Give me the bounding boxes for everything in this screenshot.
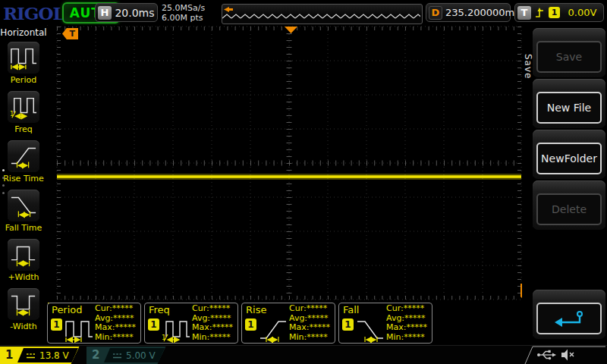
row-value: ***** [404, 303, 425, 313]
dc-coupling-icon [26, 352, 36, 359]
measure-sidebar-title: Horizontal [0, 27, 47, 38]
trigger-source-badge: 1 [549, 7, 560, 18]
row-value: ***** [210, 313, 231, 323]
measurement-values: Cur:***** Avg:***** Max:***** Min:***** [386, 304, 427, 342]
delay-value: 235.200000ms [445, 7, 520, 18]
row-value: ***** [212, 322, 233, 332]
fall-time-icon [10, 192, 37, 219]
measurement-values: Cur:***** Avg:***** Max:***** Min:***** [289, 304, 330, 342]
channel-badge: 1 [148, 318, 159, 331]
sidebar-scroll-indicator [2, 169, 5, 194]
overview-waveform-icon [222, 5, 420, 22]
menu-slot [533, 290, 605, 339]
row-label: Avg: [289, 313, 307, 323]
trigger-key-icon: T [517, 6, 531, 20]
rigol-logo: RIGOL [3, 3, 64, 24]
rise-edge-icon [258, 315, 288, 343]
save-button[interactable]: Save [536, 41, 602, 73]
measurement-panel-period: Period 1 Cur:***** Avg:***** Max:***** M… [47, 303, 141, 344]
row-label: Cur: [386, 303, 404, 313]
trigger-level-value: 0.00V [564, 7, 601, 18]
new-file-button[interactable]: New File [536, 92, 602, 124]
frequency-wave-icon: 1 [161, 315, 191, 343]
sidebar-item-plus-width[interactable]: +Width [0, 239, 47, 282]
row-label: Min: [386, 332, 404, 342]
oscilloscope-screen: RIGOL AUTO H 20.0ms 25.0MSa/s 6.00M pts … [0, 0, 607, 364]
back-button[interactable] [536, 303, 602, 334]
status-bar: RIGOL AUTO H 20.0ms 25.0MSa/s 6.00M pts … [0, 0, 607, 26]
measurement-name: Rise [246, 304, 266, 315]
row-value: ***** [115, 322, 136, 332]
rise-time-icon [10, 143, 37, 170]
sidebar-item-label: Rise Time [0, 174, 47, 184]
sidebar-item-label: Freq [0, 124, 47, 134]
speaker-muted-icon [561, 350, 574, 361]
menu-slot: New File [533, 79, 605, 128]
waveform-overview[interactable] [222, 4, 423, 24]
delete-button[interactable]: Delete [536, 193, 602, 225]
row-label: Cur: [95, 303, 112, 313]
sidebar-item-freq[interactable]: 1 Freq [0, 91, 47, 134]
channel1-scale-box: 13.8 V [17, 348, 78, 362]
sidebar-item-label: Fall Time [0, 223, 47, 233]
channel2-scale-box: 5.00 V [104, 348, 165, 362]
sidebar-item-label: -Width [0, 322, 47, 331]
measurement-values: Cur:***** Avg:***** Max:***** Min:***** [192, 304, 233, 342]
menu-slot: Save [533, 28, 605, 77]
channel1-indicator[interactable]: 1 13.8 V [0, 347, 83, 364]
row-label: Avg: [386, 313, 404, 323]
graticule-grid [48, 25, 523, 303]
channel-badge: 1 [51, 318, 62, 331]
row-value: ***** [404, 313, 426, 323]
row-value: ***** [309, 322, 330, 332]
sidebar-item-label: +Width [0, 272, 47, 282]
row-label: Avg: [95, 313, 113, 323]
row-label: Avg: [192, 313, 210, 323]
row-value: ***** [406, 322, 427, 332]
usb-icon [537, 350, 556, 359]
period-icon [10, 44, 37, 71]
measurement-panel-fall: Fall 1 Cur:***** Avg:***** Max:***** Min… [338, 303, 432, 344]
row-label: Cur: [192, 303, 209, 313]
save-menu-title: Save [523, 54, 533, 79]
frequency-icon: 1 [10, 93, 37, 121]
plus-width-icon [10, 241, 37, 268]
rising-edge-icon [535, 7, 545, 19]
measurement-name: Freq [149, 304, 170, 315]
channel1-number: 1 [5, 348, 13, 362]
sidebar-item-fall-time[interactable]: Fall Time [0, 190, 47, 233]
new-folder-button[interactable]: NewFolder [536, 143, 602, 174]
svg-text:1: 1 [162, 334, 166, 341]
period-wave-icon [64, 315, 94, 343]
channel-badge: 1 [342, 318, 354, 331]
row-label: Max: [95, 322, 115, 332]
sidebar-item-period[interactable]: Period [0, 42, 47, 85]
delay-box[interactable]: D 235.200000ms [426, 3, 511, 22]
row-value: ***** [307, 303, 328, 313]
row-value: ***** [404, 332, 425, 342]
channel2-indicator[interactable]: 2 5.00 V [86, 347, 170, 364]
row-value: ***** [307, 313, 329, 323]
sidebar-item-label: Period [0, 75, 47, 85]
fall-edge-icon [355, 315, 385, 343]
timebase-box[interactable]: H 20.0ms [95, 3, 158, 22]
horizontal-key-icon: H [98, 6, 112, 20]
row-value: ***** [307, 332, 328, 342]
trigger-box[interactable]: T 1 0.00V [514, 3, 604, 22]
sidebar-item-minus-width[interactable]: -Width [0, 288, 47, 331]
measurement-values: Cur:***** Avg:***** Max:***** Min:***** [95, 304, 136, 342]
svg-text:1: 1 [10, 110, 14, 118]
sidebar-item-rise-time[interactable]: Rise Time [0, 140, 47, 184]
row-label: Cur: [289, 303, 307, 313]
row-label: Max: [289, 322, 309, 332]
return-arrow-icon [553, 309, 585, 328]
waveform-display: T T [48, 25, 523, 303]
measurement-panel-freq: Freq 1 1 Cur:***** Avg:***** Max:***** M… [144, 303, 238, 344]
measure-sidebar: Horizontal Period 1 Freq [0, 25, 47, 345]
row-label: Max: [192, 322, 212, 332]
channel1-scale: 13.8 V [39, 350, 69, 361]
row-value: ***** [112, 332, 134, 342]
acquisition-info: 25.0MSa/s 6.00M pts [162, 3, 205, 23]
sample-rate: 25.0MSa/s [162, 3, 205, 13]
minus-width-icon [10, 290, 37, 318]
